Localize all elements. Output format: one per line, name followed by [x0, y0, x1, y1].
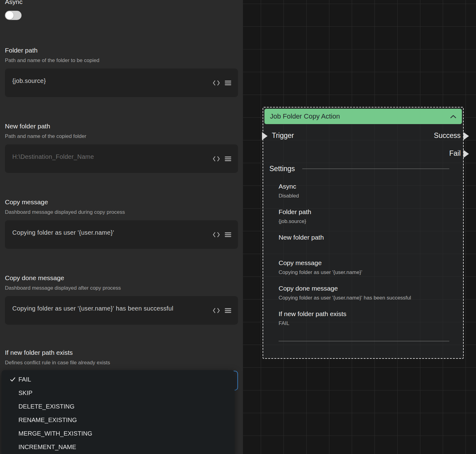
- field-group-new-folder-path: New folder path Path and name of the cop…: [5, 122, 238, 173]
- option-label: RENAME_EXISTING: [18, 417, 77, 424]
- toggle-knob: [6, 11, 14, 19]
- async-label: Async: [5, 0, 238, 6]
- dropdown-option-rename-existing[interactable]: RENAME_EXISTING: [2, 413, 235, 427]
- async-toggle[interactable]: [5, 11, 22, 20]
- code-icon[interactable]: [213, 156, 220, 161]
- code-icon[interactable]: [213, 232, 220, 237]
- node-settings-list: Async Disabled Folder path {job.source} …: [263, 182, 463, 327]
- field-description: Dashboard message displayed after copy p…: [5, 284, 238, 292]
- dropdown-option-merge-with-existing[interactable]: MERGE_WITH_EXISTING: [2, 427, 235, 440]
- flow-canvas[interactable]: Job Folder Copy Action Trigger Success F…: [243, 0, 476, 454]
- copy-done-message-input[interactable]: Copying folder as user '{user.name}' has…: [5, 296, 238, 325]
- success-label: Success: [434, 131, 461, 140]
- code-icon[interactable]: [213, 80, 220, 85]
- option-label: INCREMENT_NAME: [18, 444, 76, 451]
- copy-message-input[interactable]: Copying folder as user '{user.name}': [5, 220, 238, 249]
- field-label: New folder path: [5, 122, 238, 131]
- field-group-copy-done-message: Copy done message Dashboard message disp…: [5, 273, 238, 325]
- input-placeholder: H:\Destination_Folder_Name: [12, 152, 204, 161]
- field-group-folder-path: Folder path Path and name of the folder …: [5, 46, 238, 97]
- input-value: {job.source}: [12, 76, 204, 85]
- list-icon[interactable]: [225, 232, 231, 237]
- field-label: Copy done message: [5, 273, 238, 283]
- field-label: Copy message: [5, 198, 238, 207]
- trigger-port-icon[interactable]: [262, 132, 268, 140]
- setting-entry-folder-path: Folder path {job.source}: [279, 207, 449, 225]
- new-folder-path-input[interactable]: H:\Destination_Folder_Name: [5, 144, 238, 173]
- io-row-top: Trigger Success: [263, 131, 463, 140]
- settings-divider: [302, 169, 449, 169]
- input-value: Copying folder as user '{user.name}': [12, 228, 204, 237]
- setting-entry-copy-message: Copy message Copying folder as user '{us…: [279, 258, 449, 276]
- folder-path-input[interactable]: {job.source}: [5, 68, 238, 97]
- settings-heading: Settings: [269, 165, 295, 173]
- check-icon: [10, 377, 18, 382]
- node-bottom-divider: [279, 341, 449, 341]
- field-description: Path and name of the copied folder: [5, 133, 238, 140]
- dropdown-option-increment-name[interactable]: INCREMENT_NAME: [2, 440, 235, 454]
- field-group-copy-message: Copy message Dashboard message displayed…: [5, 198, 238, 249]
- list-icon[interactable]: [225, 80, 231, 85]
- node-title: Job Folder Copy Action: [270, 112, 340, 120]
- field-label: If new folder path exists: [5, 348, 238, 357]
- dropdown-option-fail[interactable]: FAIL: [2, 373, 235, 386]
- option-label: DELETE_EXISTING: [18, 403, 74, 410]
- trigger-label: Trigger: [272, 131, 294, 140]
- field-description: Path and name of the folder to be copied: [5, 57, 238, 64]
- option-label: FAIL: [18, 376, 31, 383]
- setting-entry-new-folder-path: New folder path: [279, 233, 449, 251]
- dropdown-option-delete-existing[interactable]: DELETE_EXISTING: [2, 400, 235, 413]
- setting-entry-async: Async Disabled: [279, 182, 449, 200]
- option-label: MERGE_WITH_EXISTING: [18, 430, 92, 437]
- option-label: SKIP: [18, 389, 33, 397]
- settings-heading-row: Settings: [263, 164, 463, 173]
- code-icon[interactable]: [213, 308, 220, 313]
- field-label: Folder path: [5, 46, 238, 55]
- node-job-folder-copy-action[interactable]: Job Folder Copy Action Trigger Success F…: [263, 107, 464, 359]
- success-port-icon[interactable]: [463, 132, 469, 140]
- setting-entry-copy-done-message: Copy done message Copying folder as user…: [279, 284, 449, 302]
- dropdown-option-skip[interactable]: SKIP: [2, 386, 235, 400]
- field-description: Dashboard message displayed during copy …: [5, 209, 238, 216]
- chevron-up-icon[interactable]: [450, 115, 456, 118]
- input-value: Copying folder as user '{user.name}' has…: [12, 304, 204, 313]
- list-icon[interactable]: [225, 156, 231, 161]
- settings-panel: Async Folder path Path and name of the f…: [0, 0, 243, 454]
- setting-entry-conflict-rule: If new folder path exists FAIL: [279, 309, 449, 327]
- app-root: Async Folder path Path and name of the f…: [0, 0, 476, 454]
- conflict-rule-dropdown: FAIL SKIP DELETE_EXISTING RENAME_EXISTIN…: [2, 370, 235, 454]
- io-row-fail: Fail: [263, 149, 463, 158]
- fail-label: Fail: [449, 149, 461, 158]
- list-icon[interactable]: [225, 308, 231, 313]
- field-description: Defines conflict rule in case file alrea…: [5, 359, 238, 366]
- node-header[interactable]: Job Folder Copy Action: [264, 109, 462, 124]
- fail-port-icon[interactable]: [463, 150, 469, 158]
